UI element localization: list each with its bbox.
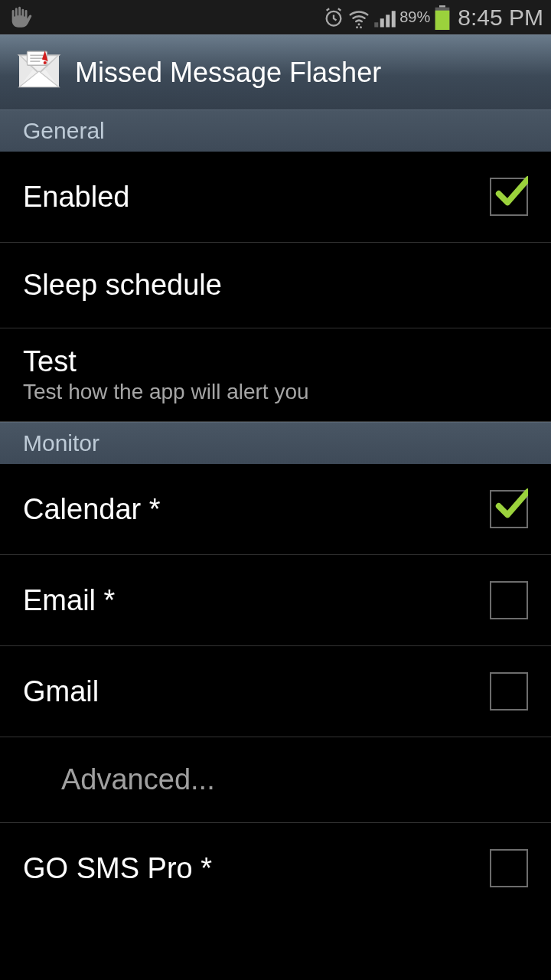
app-icon (15, 47, 63, 98)
status-clock: 8:45 PM (458, 5, 543, 31)
svg-rect-3 (380, 18, 384, 27)
status-bar: 89% 8:45 PM (0, 0, 551, 34)
pref-gmail-advanced[interactable]: Advanced... (0, 737, 551, 823)
action-bar: Missed Message Flasher (0, 34, 551, 109)
alarm-icon (323, 7, 344, 28)
section-header-label: General (23, 118, 105, 144)
pref-enabled[interactable]: Enabled (0, 152, 551, 243)
pref-sleep-schedule[interactable]: Sleep schedule (0, 243, 551, 328)
pref-title: Calendar * (23, 493, 161, 526)
svg-rect-6 (439, 5, 445, 8)
gesture-hand-icon (8, 7, 34, 28)
pref-title: Sleep schedule (23, 269, 222, 302)
action-bar-title: Missed Message Flasher (75, 57, 381, 89)
pref-title: Email * (23, 584, 115, 617)
pref-test[interactable]: Test Test how the app will alert you (0, 328, 551, 422)
checkbox-icon (490, 672, 528, 710)
signal-icon (373, 7, 396, 28)
wifi-icon (347, 7, 370, 28)
svg-rect-2 (374, 22, 378, 27)
svg-rect-4 (386, 15, 390, 27)
checkbox-icon (490, 849, 528, 887)
checkbox-icon (490, 178, 528, 216)
pref-gmail[interactable]: Gmail (0, 646, 551, 737)
section-header-general: General (0, 109, 551, 152)
pref-title: Advanced... (61, 763, 215, 796)
section-header-monitor: Monitor (0, 422, 551, 464)
svg-point-18 (44, 60, 47, 64)
pref-email[interactable]: Email * (0, 555, 551, 646)
svg-point-1 (358, 23, 360, 25)
pref-subtitle: Test how the app will alert you (23, 380, 309, 404)
checkbox-icon (490, 581, 528, 619)
battery-percent: 89% (399, 8, 430, 26)
pref-go-sms-pro[interactable]: GO SMS Pro * (0, 823, 551, 913)
pref-title: Gmail (23, 675, 99, 708)
section-header-label: Monitor (23, 430, 99, 456)
svg-rect-8 (435, 10, 450, 29)
checkbox-icon (490, 490, 528, 528)
battery-icon (435, 7, 450, 28)
pref-title: Enabled (23, 181, 129, 214)
svg-rect-5 (392, 11, 396, 27)
pref-calendar[interactable]: Calendar * (0, 464, 551, 555)
pref-title: Test (23, 345, 309, 378)
pref-title: GO SMS Pro * (23, 852, 212, 885)
